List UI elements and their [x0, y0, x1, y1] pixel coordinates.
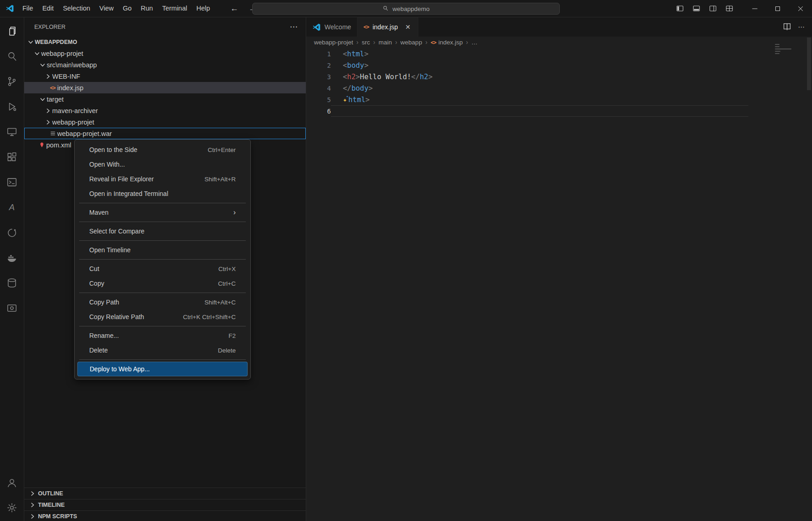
breadcrumb-label: webapp-projet [314, 39, 353, 46]
breadcrumb-separator: › [357, 38, 359, 46]
menu-item-open-to-the-side[interactable]: Open to the SideCtrl+Enter [77, 142, 248, 157]
code-line-5: 5✦html> [306, 94, 812, 105]
extensions-icon[interactable] [0, 144, 24, 169]
customize-layout-icon[interactable] [722, 2, 736, 16]
close-tab-icon[interactable]: ✕ [404, 23, 412, 31]
accounts-icon[interactable] [0, 470, 24, 495]
tree-item-src-main-webapp[interactable]: src\main\webapp [24, 59, 306, 71]
minimap[interactable] [775, 44, 807, 55]
remote-explorer-icon[interactable] [0, 119, 24, 144]
menu-item-open-timeline[interactable]: Open Timeline [77, 243, 248, 257]
section-npm-scripts[interactable]: NPM SCRIPTS [24, 510, 306, 521]
run-and-debug-icon[interactable] [0, 94, 24, 119]
minimap-line [775, 51, 780, 52]
code-line-4: 4</body> [306, 82, 812, 94]
editor-actions: ⋯ [783, 17, 812, 37]
menu-go[interactable]: Go [118, 2, 136, 15]
menu-terminal[interactable]: Terminal [157, 2, 192, 15]
breadcrumb-item-index-jsp[interactable]: <>index.jsp [431, 39, 463, 46]
file-jsp-icon: <> [431, 39, 436, 46]
menu-file[interactable]: File [18, 2, 38, 15]
menu-edit[interactable]: Edit [38, 2, 58, 15]
menu-item-label: Maven [89, 209, 108, 216]
menu-run[interactable]: Run [136, 2, 158, 15]
tree-root-webappdemo[interactable]: WEBAPPDEMO [24, 36, 306, 48]
menu-item-open-in-integrated-terminal[interactable]: Open in Integrated Terminal [77, 186, 248, 201]
command-center-search[interactable]: webappdemo [252, 3, 560, 15]
remote-icon[interactable] [0, 295, 24, 320]
menu-item-select-for-compare[interactable]: Select for Compare [77, 224, 248, 239]
chevron-down-icon [38, 96, 47, 103]
menu-item-copy[interactable]: CopyCtrl+C [77, 276, 248, 291]
breadcrumb-item-webapp[interactable]: webapp [401, 39, 422, 46]
tree-item-web-inf[interactable]: WEB-INF [24, 71, 306, 82]
menu-item-deploy-to-web-app[interactable]: Deploy to Web App... [77, 362, 248, 376]
tree-item-index-jsp[interactable]: <>index.jsp [24, 82, 306, 93]
section-timeline[interactable]: TIMELINE [24, 499, 306, 510]
section-outline[interactable]: OUTLINE [24, 488, 306, 499]
activity-bar: A [0, 17, 24, 521]
menu-item-delete[interactable]: DeleteDelete [77, 343, 248, 358]
editor-more-actions-icon[interactable]: ⋯ [798, 23, 805, 31]
breadcrumb-item-main[interactable]: main [379, 39, 392, 46]
toggle-panel-icon[interactable] [689, 2, 703, 16]
breadcrumb-item-webapp-projet[interactable]: webapp-projet [314, 39, 353, 46]
editor-area: Welcome<>index.jsp✕ ⋯ webapp-projet›src›… [306, 17, 812, 521]
gradle-icon[interactable] [0, 220, 24, 245]
menu-item-reveal-in-file-explorer[interactable]: Reveal in File ExplorerShift+Alt+R [77, 172, 248, 186]
menu-selection[interactable]: Selection [58, 2, 95, 15]
terminal-icon[interactable] [0, 169, 24, 195]
tab-index-jsp[interactable]: <>index.jsp✕ [357, 17, 418, 37]
menu-separator [79, 326, 246, 326]
menu-item-rename[interactable]: Rename...F2 [77, 328, 248, 343]
tree-item-label: webapp-projet.war [57, 130, 112, 137]
split-editor-icon[interactable] [783, 22, 791, 32]
breadcrumb-separator: › [373, 38, 375, 46]
back-arrow-icon[interactable]: ← [230, 4, 238, 13]
breadcrumb-item-[interactable]: … [471, 39, 478, 46]
menu-item-open-with[interactable]: Open With... [77, 157, 248, 172]
menu-item-maven[interactable]: Maven› [77, 205, 248, 220]
chevron-right-icon [43, 73, 52, 80]
code-token: Hello World! [360, 73, 411, 81]
menu-item-copy-path[interactable]: Copy PathShift+Alt+C [77, 295, 248, 309]
breadcrumb-separator: › [466, 38, 468, 46]
menu-item-label: Open to the Side [89, 146, 137, 153]
tree-item-webapp-projet[interactable]: webapp-projet [24, 48, 306, 59]
menu-item-copy-relative-path[interactable]: Copy Relative PathCtrl+K Ctrl+Shift+C [77, 309, 248, 324]
database-icon[interactable] [0, 270, 24, 295]
menu-item-shortcut: Ctrl+Enter [194, 147, 236, 153]
toggle-sidebar-icon[interactable] [673, 2, 687, 16]
explorer-icon[interactable] [0, 18, 24, 43]
menu-item-shortcut: F2 [215, 332, 236, 339]
tree-item-webapp-projet-war[interactable]: webapp-projet.war [24, 128, 306, 139]
breadcrumb-item-src[interactable]: src [362, 39, 370, 46]
menu-item-cut[interactable]: CutCtrl+X [77, 261, 248, 276]
docker-icon[interactable] [0, 245, 24, 270]
search-icon[interactable] [0, 43, 24, 69]
source-control-icon[interactable] [0, 69, 24, 94]
tree-item-target[interactable]: target [24, 93, 306, 105]
azure-icon[interactable]: A [0, 195, 24, 220]
tree-root-label: WEBAPPDEMO [35, 39, 77, 45]
editor-scrollbar[interactable] [807, 38, 811, 90]
chevron-right-icon [28, 501, 37, 509]
toggle-secondary-sidebar-icon[interactable] [706, 2, 720, 16]
tab-welcome[interactable]: Welcome [306, 17, 357, 37]
activity-bar-bottom [0, 470, 24, 520]
maximize-button[interactable] [766, 0, 789, 17]
close-button[interactable] [789, 0, 812, 17]
menu-view[interactable]: View [95, 2, 118, 15]
tree-item-maven-archiver[interactable]: maven-archiver [24, 105, 306, 116]
chevron-right-icon [28, 490, 37, 497]
code-token: > [356, 73, 360, 81]
file-tree: WEBAPPDEMOwebapp-projetsrc\main\webappWE… [24, 36, 306, 151]
tree-item-webapp-projet[interactable]: webapp-projet [24, 116, 306, 128]
code-token: > [365, 96, 369, 104]
file-jsp-icon: <> [48, 85, 57, 91]
settings-icon[interactable] [0, 495, 24, 520]
sidebar-more-actions-icon[interactable]: ⋯ [290, 22, 298, 32]
code-editor[interactable]: 1<html>2<body>3<h2>Hello World!</h2>4</b… [306, 48, 812, 521]
menu-help[interactable]: Help [192, 2, 215, 15]
minimize-button[interactable] [743, 0, 766, 17]
